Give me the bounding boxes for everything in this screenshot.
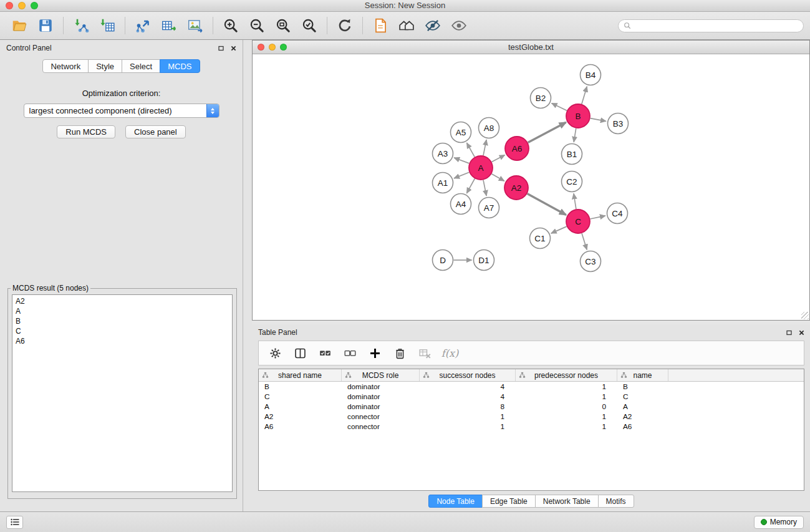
edge-A-A3[interactable] xyxy=(454,158,469,163)
tab-edge-table[interactable]: Edge Table xyxy=(482,495,536,508)
toggle-column-button[interactable] xyxy=(289,343,311,363)
tab-style[interactable]: Style xyxy=(88,59,122,73)
minimize-network-window-button[interactable] xyxy=(269,44,276,51)
close-table-panel-button[interactable] xyxy=(799,330,804,336)
export-network-button[interactable] xyxy=(130,14,156,37)
edge-B-B4[interactable] xyxy=(582,87,587,104)
import-table-from-file-button[interactable] xyxy=(94,14,120,37)
node-C4[interactable]: C4 xyxy=(607,203,628,224)
zoom-window-button[interactable] xyxy=(31,2,38,9)
export-table-button[interactable] xyxy=(156,14,182,37)
table-row[interactable]: A6connector11A6 xyxy=(259,422,804,432)
column-header-mcds-role[interactable]: MCDS role xyxy=(342,369,420,381)
import-network-from-file-button[interactable] xyxy=(68,14,94,37)
edge-C-C1[interactable] xyxy=(551,226,567,233)
open-file-button[interactable] xyxy=(6,14,32,37)
column-header-name[interactable]: name xyxy=(617,369,668,381)
node-A2[interactable]: A2 xyxy=(504,176,528,200)
edge-A-A2[interactable] xyxy=(491,174,504,181)
zoom-out-button[interactable] xyxy=(244,14,270,37)
table-options-button[interactable] xyxy=(264,343,286,363)
function-builder-button[interactable]: f(x) xyxy=(439,343,461,363)
zoom-in-button[interactable] xyxy=(218,14,244,37)
column-header-successor-nodes[interactable]: successor nodes xyxy=(420,369,516,381)
search-input[interactable] xyxy=(634,21,799,30)
edge-A-A8[interactable] xyxy=(483,140,486,155)
node-C1[interactable]: C1 xyxy=(530,228,551,249)
select-all-rows-button[interactable] xyxy=(314,343,336,363)
zoom-fit-button[interactable] xyxy=(270,14,296,37)
node-A8[interactable]: A8 xyxy=(479,118,499,138)
save-session-button[interactable] xyxy=(32,14,59,37)
column-header-shared-name[interactable]: shared name xyxy=(259,369,342,381)
float-panel-button[interactable] xyxy=(218,46,224,51)
table-row[interactable]: Cdominator41C xyxy=(259,392,804,402)
zoom-selected-button[interactable] xyxy=(296,14,322,37)
mcds-result-item[interactable]: C xyxy=(16,326,232,336)
node-A3[interactable]: A3 xyxy=(433,143,453,164)
node-A[interactable]: A xyxy=(469,156,493,180)
node-A5[interactable]: A5 xyxy=(451,122,471,143)
float-table-panel-button[interactable] xyxy=(786,330,792,336)
edge-B-B3[interactable] xyxy=(591,118,606,122)
table-row[interactable]: Adominator80A xyxy=(259,402,804,412)
edge-B-B1[interactable] xyxy=(574,128,576,142)
node-A4[interactable]: A4 xyxy=(451,194,471,215)
node-A7[interactable]: A7 xyxy=(479,198,499,218)
edge-B-B2[interactable] xyxy=(552,104,567,111)
mcds-result-list[interactable]: A2ABCA6 xyxy=(12,294,233,492)
node-B1[interactable]: B1 xyxy=(562,144,582,165)
edge-C-C2[interactable] xyxy=(574,193,576,209)
node-D1[interactable]: D1 xyxy=(474,250,494,271)
edge-A2-C[interactable] xyxy=(528,194,566,215)
tab-select[interactable]: Select xyxy=(122,59,160,73)
create-column-button[interactable] xyxy=(364,343,386,363)
optimization-criterion-select[interactable]: largest connected component (directed) xyxy=(24,104,219,118)
node-C2[interactable]: C2 xyxy=(562,172,582,192)
hide-graphics-details-button[interactable] xyxy=(420,14,446,37)
export-image-button[interactable] xyxy=(182,14,208,37)
table-row[interactable]: Bdominator41B xyxy=(259,382,804,392)
table-row[interactable]: A2connector11A2 xyxy=(259,412,804,422)
node-A6[interactable]: A6 xyxy=(505,137,529,160)
node-D[interactable]: D xyxy=(433,250,453,271)
close-network-window-button[interactable] xyxy=(258,44,264,51)
network-canvas[interactable]: B4B2BB3A8A5A6A3B1AC2A1A2A4A7C4CC1C3DD1 xyxy=(253,54,809,320)
node-B[interactable]: B xyxy=(566,104,590,128)
close-control-panel-button[interactable] xyxy=(231,46,236,51)
search-box[interactable] xyxy=(618,19,804,32)
delete-column-button[interactable] xyxy=(389,343,411,363)
edge-C-C3[interactable] xyxy=(582,233,587,249)
tab-node-table[interactable]: Node Table xyxy=(428,495,483,508)
home-view-button[interactable] xyxy=(393,14,420,37)
edge-A-A5[interactable] xyxy=(467,143,475,157)
show-graphics-details-button[interactable] xyxy=(446,14,472,37)
column-header-predecessor-nodes[interactable]: predecessor nodes xyxy=(516,369,617,381)
delete-table-button[interactable] xyxy=(414,343,436,363)
task-history-button[interactable] xyxy=(6,516,23,529)
resize-grip-icon[interactable] xyxy=(801,312,809,319)
deselect-all-rows-button[interactable] xyxy=(339,343,361,363)
node-B2[interactable]: B2 xyxy=(531,88,551,109)
edge-A-A7[interactable] xyxy=(483,180,486,196)
mcds-result-item[interactable]: A6 xyxy=(16,336,232,346)
mcds-result-item[interactable]: A2 xyxy=(16,296,232,306)
edge-A-A6[interactable] xyxy=(492,155,505,162)
edge-A6-B[interactable] xyxy=(528,122,566,142)
refresh-view-button[interactable] xyxy=(332,14,358,37)
close-window-button[interactable] xyxy=(6,2,13,9)
zoom-network-window-button[interactable] xyxy=(280,44,287,51)
tab-mcds[interactable]: MCDS xyxy=(160,59,200,73)
minimize-window-button[interactable] xyxy=(18,2,26,9)
session-doc-button[interactable] xyxy=(367,14,393,37)
edge-A-A4[interactable] xyxy=(466,179,475,193)
memory-button[interactable]: Memory xyxy=(754,516,804,529)
edge-C-C4[interactable] xyxy=(591,216,605,219)
run-mcds-button[interactable]: Run MCDS xyxy=(57,125,115,138)
mcds-result-item[interactable]: B xyxy=(16,316,232,326)
node-B4[interactable]: B4 xyxy=(581,65,601,85)
node-A1[interactable]: A1 xyxy=(433,173,453,193)
node-C3[interactable]: C3 xyxy=(581,251,601,272)
mcds-result-item[interactable]: A xyxy=(16,306,232,316)
panel-splitter[interactable] xyxy=(243,40,252,511)
